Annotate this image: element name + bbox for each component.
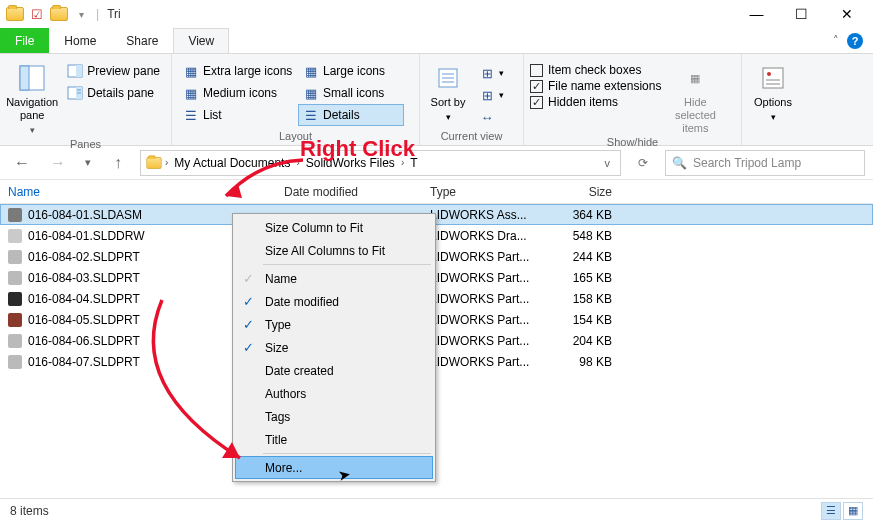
- ribbon-collapse-icon[interactable]: ˄: [833, 34, 839, 47]
- address-bar-row: ← → ▾ ↑ › My Actual Documents› SolidWork…: [0, 146, 873, 180]
- add-columns-button[interactable]: ⊞▾: [474, 84, 509, 106]
- list-view[interactable]: ☰List: [178, 104, 298, 126]
- details-view[interactable]: ☰Details: [298, 104, 404, 126]
- qat-properties-icon[interactable]: ☑: [26, 3, 48, 25]
- qat-folder-icon[interactable]: [4, 3, 26, 25]
- file-row[interactable]: 016-084-01.SLDASMLIDWORKS Ass...364 KB: [0, 204, 873, 225]
- title-bar: ☑ ▾ | Tri — ☐ ✕: [0, 0, 873, 28]
- ctx-col-date[interactable]: ✓Date modified: [235, 290, 433, 313]
- small-icons[interactable]: ▦Small icons: [298, 82, 404, 104]
- help-icon[interactable]: ?: [847, 33, 863, 49]
- item-check-boxes[interactable]: Item check boxes: [530, 62, 661, 78]
- column-headers: Name Date modified Type Size: [0, 180, 873, 204]
- column-size[interactable]: Size: [540, 185, 630, 199]
- group-by-button[interactable]: ⊞▾: [474, 62, 509, 84]
- ctx-size-column-to-fit[interactable]: Size Column to Fit: [235, 216, 433, 239]
- svg-point-13: [767, 72, 771, 76]
- tab-view[interactable]: View: [173, 28, 229, 53]
- ctx-size-all-columns[interactable]: Size All Columns to Fit: [235, 239, 433, 262]
- group-current-view-label: Current view: [426, 129, 517, 145]
- ctx-col-tags[interactable]: Tags: [235, 405, 433, 428]
- file-name-extensions[interactable]: ✓File name extensions: [530, 78, 661, 94]
- annotation-label: Right Click: [300, 136, 415, 162]
- window-title: Tri: [107, 7, 121, 21]
- ctx-more[interactable]: More...: [235, 456, 433, 479]
- hide-selected-button[interactable]: ▦ Hide selected items: [665, 60, 725, 135]
- svg-rect-12: [763, 68, 783, 88]
- navigation-pane-button[interactable]: Navigation pane ▾: [6, 60, 58, 137]
- column-name[interactable]: Name: [0, 185, 276, 199]
- file-row[interactable]: 016-084-06.SLDPRTLIDWORKS Part...204 KB: [0, 330, 873, 351]
- file-row[interactable]: 016-084-05.SLDPRTLIDWORKS Part...154 KB: [0, 309, 873, 330]
- column-type[interactable]: Type: [422, 185, 540, 199]
- back-button[interactable]: ←: [8, 149, 36, 177]
- ribbon: Navigation pane ▾ Preview pane Details p…: [0, 54, 873, 146]
- search-icon: 🔍: [672, 156, 687, 170]
- size-columns-button[interactable]: ↔: [474, 106, 509, 128]
- status-bar: 8 items ☰ ▦: [0, 498, 873, 522]
- file-row[interactable]: 016-084-04.SLDPRTLIDWORKS Part...158 KB: [0, 288, 873, 309]
- hidden-items[interactable]: ✓Hidden items: [530, 94, 661, 110]
- ctx-col-type[interactable]: ✓Type: [235, 313, 433, 336]
- preview-pane-button[interactable]: Preview pane: [62, 60, 165, 82]
- file-row[interactable]: 016-084-02.SLDPRTLIDWORKS Part...244 KB: [0, 246, 873, 267]
- qat-new-folder-icon[interactable]: [48, 3, 70, 25]
- search-box[interactable]: 🔍 Search Tripod Lamp: [665, 150, 865, 176]
- forward-button[interactable]: →: [44, 149, 72, 177]
- svg-rect-1: [20, 66, 29, 90]
- ctx-col-date-created[interactable]: Date created: [235, 359, 433, 382]
- thumbnail-view-icon[interactable]: ▦: [843, 502, 863, 520]
- details-view-icon[interactable]: ☰: [821, 502, 841, 520]
- item-count: 8 items: [10, 504, 49, 518]
- qat-dropdown-icon[interactable]: ▾: [70, 3, 92, 25]
- large-icons[interactable]: ▦Large icons: [298, 60, 404, 82]
- minimize-button[interactable]: —: [734, 0, 779, 28]
- ctx-col-name[interactable]: ✓Name: [235, 267, 433, 290]
- medium-icons[interactable]: ▦Medium icons: [178, 82, 298, 104]
- ctx-col-title[interactable]: Title: [235, 428, 433, 451]
- file-list: 016-084-01.SLDASMLIDWORKS Ass...364 KB01…: [0, 204, 873, 498]
- tab-share[interactable]: Share: [111, 28, 173, 53]
- file-row[interactable]: 016-084-03.SLDPRTLIDWORKS Part...165 KB: [0, 267, 873, 288]
- file-row[interactable]: 016-084-01.SLDDRWLIDWORKS Dra...548 KB: [0, 225, 873, 246]
- options-button[interactable]: Options ▾: [748, 60, 798, 124]
- folder-icon: [146, 157, 161, 169]
- file-row[interactable]: 016-084-07.SLDPRTLIDWORKS Part...98 KB: [0, 351, 873, 372]
- recent-locations-button[interactable]: ▾: [80, 149, 96, 177]
- ctx-col-size[interactable]: ✓Size: [235, 336, 433, 359]
- sort-by-button[interactable]: Sort by ▾: [426, 60, 470, 124]
- ribbon-tabs: File Home Share View ˄ ?: [0, 28, 873, 54]
- ctx-col-authors[interactable]: Authors: [235, 382, 433, 405]
- close-button[interactable]: ✕: [824, 0, 869, 28]
- refresh-button[interactable]: ⟳: [629, 150, 657, 176]
- tab-file[interactable]: File: [0, 28, 49, 53]
- svg-rect-3: [76, 65, 82, 77]
- extra-large-icons[interactable]: ▦Extra large icons: [178, 60, 298, 82]
- maximize-button[interactable]: ☐: [779, 0, 824, 28]
- breadcrumb-dropdown[interactable]: v: [599, 157, 617, 169]
- column-date[interactable]: Date modified: [276, 185, 422, 199]
- breadcrumb-seg-1[interactable]: My Actual Documents: [170, 156, 294, 170]
- up-button[interactable]: ↑: [104, 149, 132, 177]
- column-context-menu: Size Column to Fit Size All Columns to F…: [232, 213, 436, 482]
- tab-home[interactable]: Home: [49, 28, 111, 53]
- details-pane-button[interactable]: Details pane: [62, 82, 165, 104]
